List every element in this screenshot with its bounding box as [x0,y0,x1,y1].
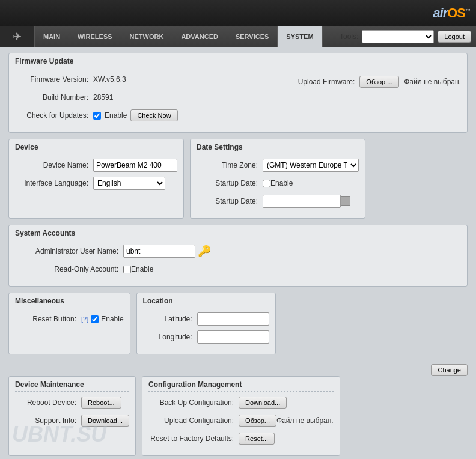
firmware-version-row: Firmware Version: XW.v5.6.3 [15,72,178,87]
location-title: Location [143,297,269,308]
device-maintenance-title: Device Maintenance [15,380,129,392]
latitude-input[interactable] [197,312,269,326]
longitude-input[interactable] [197,330,269,344]
tab-network[interactable]: NETWORK [121,26,173,47]
device-section: Device Device Name: Interface Language: … [8,139,184,219]
startup-date2-label: Startup Date: [197,197,263,205]
reboot-button[interactable]: Reboot... [81,397,121,409]
main-content: Firmware Update Firmware Version: XW.v5.… [0,47,476,459]
support-download-button[interactable]: Download... [81,415,129,427]
system-accounts-section: System Accounts Administrator User Name:… [8,225,468,287]
device-name-row: Device Name: [15,158,177,172]
miscellaneous-section: Miscellaneous Reset Button: [?] Enable [8,293,130,354]
config-management-section: Configuration Management Back Up Configu… [142,376,340,456]
upload-config-row: Upload Configuration: Обзор... Файл не в… [148,413,334,428]
reset-button-label: Reset Button: [15,315,81,323]
check-now-button[interactable]: Check Now [130,109,177,121]
upload-config-browse-button[interactable]: Обзор... [239,415,276,427]
startup-date-enable-label: Enable [270,179,293,187]
reset-button-checkbox[interactable] [91,315,99,323]
password-icon[interactable]: 🔑 [198,245,211,258]
startup-date1-label: Startup Date: [197,179,263,187]
firmware-version-label: Firmware Version: [15,75,93,84]
backup-download-button[interactable]: Download... [239,397,287,409]
nav-brand-icon: ✈ [13,30,22,43]
reset-enable-label: Enable [101,315,123,323]
startup-date-input[interactable] [263,195,341,208]
upload-config-label: Upload Configuration: [148,416,239,425]
calendar-icon[interactable] [341,196,350,206]
config-management-title: Configuration Management [148,380,334,392]
tab-advanced[interactable]: ADVANCED [172,26,227,47]
interface-lang-row: Interface Language: English Русский Deut… [15,176,177,190]
change-button[interactable]: Change [431,364,468,376]
build-number-value: 28591 [93,93,178,102]
logo-tm: ™ [465,8,470,14]
tools-select[interactable] [362,30,434,43]
firmware-title: Firmware Update [15,57,461,68]
readonly-enable-label: Enable [131,265,153,273]
firmware-right: Upload Firmware: Обзор.... Файл не выбра… [298,72,461,88]
device-maintenance-section: Device Maintenance Reboot Device: Reboot… [8,376,136,456]
longitude-label: Longitude: [143,333,197,341]
startup-date2-row: Startup Date: [197,194,359,208]
timezone-select[interactable]: (GMT) Western Europe Ti [263,159,359,172]
logo: airOS™ [433,5,470,21]
check-enable-label: Enable [105,111,127,120]
maintenance-config-row: Device Maintenance Reboot Device: Reboot… [8,376,468,459]
check-updates-label: Check for Updates: [15,111,93,120]
tab-wireless[interactable]: WIRELESS [69,26,121,47]
tab-main[interactable]: MAIN [35,26,69,47]
device-name-label: Device Name: [15,161,93,169]
firmware-left: Firmware Version: XW.v5.6.3 Build Number… [15,72,178,126]
nav-tools: Tools: Logout [340,26,476,47]
timezone-row: Time Zone: (GMT) Western Europe Ti [197,158,359,172]
timezone-label: Time Zone: [197,161,263,169]
header: airOS™ [0,0,476,26]
device-name-input[interactable] [93,159,177,172]
miscellaneous-title: Miscellaneous [15,297,124,308]
browse-firmware-button[interactable]: Обзор.... [359,76,399,88]
reset-factory-label: Reset to Factory Defaults: [148,434,239,443]
latitude-label: Latitude: [143,315,197,323]
system-accounts-title: System Accounts [15,229,461,240]
change-row: Change [8,360,468,376]
reset-factory-row: Reset to Factory Defaults: Reset... [148,431,334,446]
reset-button-row: Reset Button: [?] Enable [15,312,124,326]
reboot-device-label: Reboot Device: [15,398,81,407]
location-section: Location Latitude: Longitude: [136,293,276,354]
build-number-row: Build Number: 28591 [15,90,178,105]
logout-button[interactable]: Logout [438,31,471,43]
check-updates-checkbox[interactable] [93,112,101,120]
firmware-section: Firmware Update Firmware Version: XW.v5.… [8,53,468,133]
upload-config-no-file: Файл не выбран. [276,416,334,425]
check-updates-row: Check for Updates: Enable Check Now [15,108,178,123]
upload-firmware-label: Upload Firmware: [298,78,355,86]
tab-system[interactable]: SYSTEM [278,26,322,47]
interface-lang-label: Interface Language: [15,179,93,187]
interface-lang-select[interactable]: English Русский Deutsch [93,177,165,190]
build-number-label: Build Number: [15,93,93,102]
reset-factory-button[interactable]: Reset... [239,433,275,445]
admin-user-row: Administrator User Name: 🔑 [15,244,461,258]
support-info-label: Support Info: [15,416,81,425]
tab-services[interactable]: SERVICES [227,26,278,47]
logo-air: air [433,5,447,20]
date-settings-title: Date Settings [197,143,359,154]
logo-os: OS [447,5,465,20]
backup-config-row: Back Up Configuration: Download... [148,395,334,410]
latitude-row: Latitude: [143,312,269,326]
device-date-row: Device Device Name: Interface Language: … [8,139,468,225]
nav-logo-area: ✈ [0,26,35,47]
firmware-version-value: XW.v5.6.3 [93,75,178,84]
admin-user-input[interactable] [123,245,195,258]
tools-label: Tools: [340,32,358,41]
reboot-device-row: Reboot Device: Reboot... [15,395,129,410]
reset-help-link[interactable]: [?] [81,315,88,323]
backup-config-label: Back Up Configuration: [148,398,239,407]
navigation: ✈ MAIN WIRELESS NETWORK ADVANCED SERVICE… [0,26,476,47]
startup-date-checkbox[interactable] [263,180,270,187]
readonly-account-checkbox[interactable] [123,266,131,273]
readonly-account-label: Read-Only Account: [15,265,123,273]
startup-date1-row: Startup Date: Enable [197,176,359,190]
